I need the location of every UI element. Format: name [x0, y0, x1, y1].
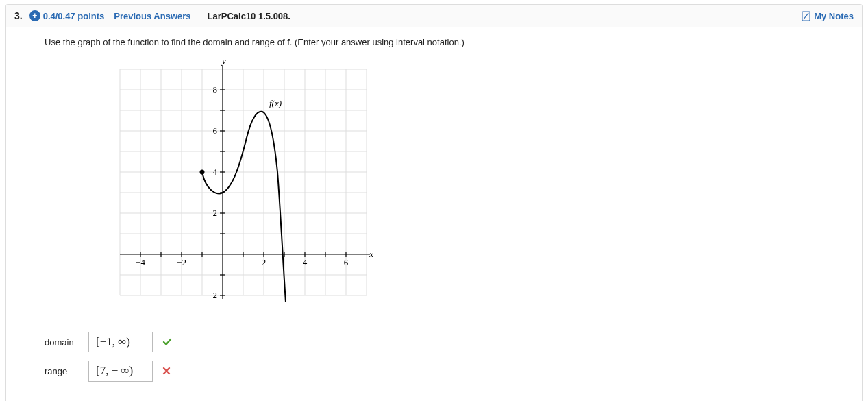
domain-label: domain — [45, 337, 79, 348]
x-tick: 6 — [344, 257, 349, 267]
y-tick: 8 — [213, 84, 218, 95]
answers-section: domain [−1, ∞) range [7, − ∞) — [45, 332, 834, 382]
range-label: range — [45, 366, 79, 376]
question-container: 3. + 0.4/0.47 points Previous Answers La… — [5, 4, 863, 401]
my-notes-label: My Notes — [814, 11, 854, 21]
answer-row-domain: domain [−1, ∞) — [45, 332, 834, 352]
question-prompt: Use the graph of the function to find th… — [45, 37, 834, 47]
plus-icon[interactable]: + — [29, 10, 40, 21]
question-body: Use the graph of the function to find th… — [6, 27, 862, 401]
my-notes-link[interactable]: My Notes — [802, 11, 854, 21]
x-tick: −4 — [136, 257, 145, 267]
y-tick: 6 — [213, 125, 218, 136]
fx-label: f(x) — [269, 98, 282, 108]
y-axis-label: y — [221, 56, 226, 66]
range-input[interactable]: [7, − ∞) — [88, 361, 153, 381]
x-tick: 2 — [262, 257, 266, 267]
y-tick: −2 — [208, 290, 217, 300]
graph-image: y x −4 −2 2 4 6 8 6 4 2 −2 — [113, 56, 834, 318]
notes-icon — [802, 11, 810, 21]
question-number: 3. — [14, 10, 23, 21]
endpoint-closed — [200, 170, 205, 175]
previous-answers-link[interactable]: Previous Answers — [114, 11, 190, 21]
x-tick: −2 — [177, 257, 186, 267]
y-tick: 4 — [213, 167, 218, 177]
points-text[interactable]: 0.4/0.47 points — [43, 11, 105, 21]
answer-row-range: range [7, − ∞) — [45, 361, 834, 381]
reference-code: LarPCalc10 1.5.008. — [208, 11, 290, 21]
x-axis-label: x — [369, 249, 373, 259]
x-icon — [162, 367, 172, 376]
y-tick: 2 — [213, 208, 218, 218]
question-header: 3. + 0.4/0.47 points Previous Answers La… — [6, 5, 862, 27]
domain-input[interactable]: [−1, ∞) — [88, 332, 153, 352]
x-tick: 4 — [303, 257, 308, 267]
check-icon — [162, 337, 172, 347]
curve-f — [202, 112, 286, 302]
